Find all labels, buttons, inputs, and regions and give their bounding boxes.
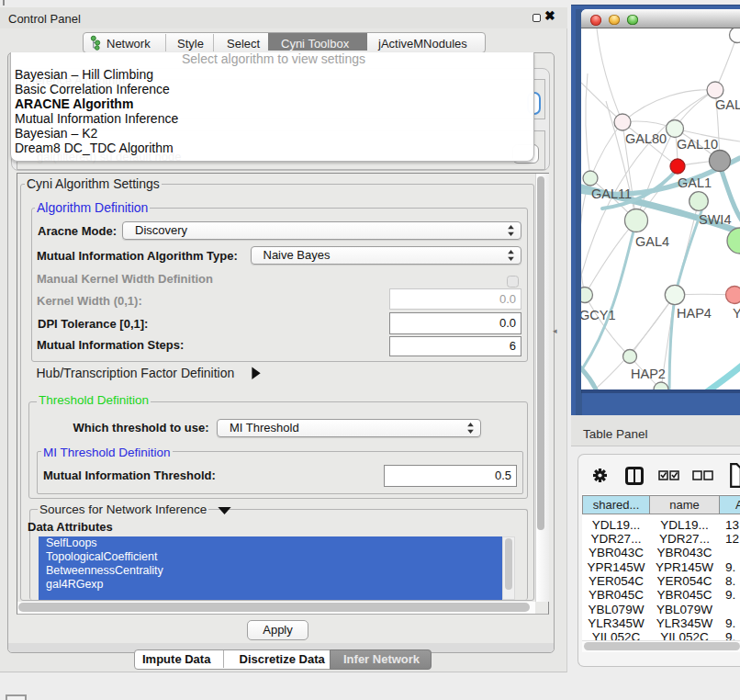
svg-text:GAL4: GAL4 (635, 234, 669, 249)
svg-text:HAP2: HAP2 (631, 367, 666, 381)
svg-text:SWI4: SWI4 (699, 212, 731, 227)
svg-text:GAL: GAL (715, 97, 740, 112)
svg-text:HAP4: HAP4 (677, 306, 712, 321)
svg-text:Y: Y (733, 306, 740, 321)
svg-text:GAL1: GAL1 (678, 175, 712, 190)
svg-text:GAL10: GAL10 (677, 137, 718, 152)
svg-text:GCY1: GCY1 (581, 308, 616, 322)
svg-text:GAL80: GAL80 (625, 131, 667, 146)
svg-text:GAL11: GAL11 (591, 186, 632, 201)
